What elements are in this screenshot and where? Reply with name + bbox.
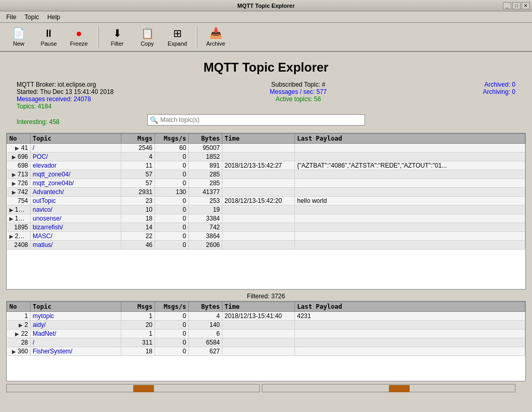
expand-arrow[interactable]: ▶ — [12, 181, 16, 186]
table-row[interactable]: ▶ 1877 unosense/ 18 0 3384 — [7, 214, 525, 223]
pause-button[interactable]: ⏸ Pause — [34, 24, 63, 50]
main-hscroll-thumb[interactable] — [133, 385, 154, 392]
table-row[interactable]: ▶ 2 aidy/ 20 0 140 — [7, 321, 525, 329]
cell-no: 698 — [7, 161, 31, 170]
table-row[interactable]: 28 / 311 0 6584 — [7, 338, 525, 347]
menu-file[interactable]: File — [2, 12, 20, 22]
cell-no: 1 — [7, 312, 31, 321]
cell-msgsec: 0 — [155, 153, 189, 161]
cell-topic[interactable]: MadNet/ — [31, 329, 121, 338]
filtered-hscroll-thumb[interactable] — [389, 385, 410, 392]
cell-bytes: 41377 — [189, 188, 222, 197]
expand-arrow[interactable]: ▶ — [19, 322, 23, 328]
expand-arrow[interactable]: ▶ — [9, 234, 13, 239]
table-row[interactable]: ▶ 22 MadNet/ 1 0 6 — [7, 329, 525, 338]
messages-received: Messages received: 24078 — [17, 95, 114, 103]
cell-topic[interactable]: mqtt_zone04b/ — [31, 179, 121, 188]
cell-msgsec: 0 — [155, 232, 189, 241]
cell-msgsec: 0 — [155, 338, 189, 347]
freeze-button[interactable]: ● Freeze — [64, 24, 93, 50]
cell-payload — [295, 179, 525, 188]
table-row[interactable]: 1895 bizarrefish/ 14 0 742 — [7, 223, 525, 232]
expand-arrow[interactable]: ▶ — [12, 189, 16, 195]
minimize-button[interactable]: _ — [503, 2, 511, 9]
cell-topic[interactable]: bizarrefish/ — [31, 223, 121, 232]
separator-1 — [97, 25, 99, 48]
table-row[interactable]: ▶ 696 POC/ 4 0 1852 — [7, 153, 525, 161]
expand-arrow[interactable]: ▶ — [9, 216, 13, 222]
cell-topic[interactable]: unosense/ — [31, 214, 121, 223]
table-row[interactable]: ▶ 726 mqtt_zone04b/ 57 0 285 — [7, 179, 525, 188]
cell-topic[interactable]: matlus/ — [31, 241, 121, 250]
cell-topic[interactable]: outTopic — [31, 197, 121, 205]
table-row[interactable]: 698 elevador 11 0 891 2018/12/13-15:42:2… — [7, 161, 525, 170]
filter-icon: ⬇ — [111, 27, 123, 39]
maximize-button[interactable]: □ — [512, 2, 521, 9]
cell-topic[interactable]: mytopic — [31, 312, 121, 321]
col-header-no: No — [7, 134, 31, 144]
cell-time — [222, 223, 295, 232]
archive-button[interactable]: 📥 Archive — [201, 24, 230, 50]
cell-no: ▶ 22 — [7, 329, 31, 338]
filter-button[interactable]: ⬇ Filter — [103, 24, 132, 50]
new-button[interactable]: 📄 New — [4, 24, 33, 50]
cell-topic[interactable]: MASC/ — [31, 232, 121, 241]
close-button[interactable]: ✕ — [522, 2, 530, 9]
expand-arrow[interactable]: ▶ — [9, 207, 13, 213]
table-row[interactable]: ▶ 41 / 2546 60 95007 — [7, 144, 525, 153]
cell-payload — [295, 144, 525, 153]
table-row[interactable]: ▶ 713 mqtt_zone04/ 57 0 285 — [7, 170, 525, 179]
filtered-hscroll[interactable] — [262, 384, 515, 392]
expand-arrow[interactable]: ▶ — [12, 349, 16, 354]
subscribed-label: Subscribed Topic: # — [270, 81, 327, 88]
cell-msgsec: 0 — [155, 205, 189, 214]
cell-payload — [295, 153, 525, 161]
cell-topic[interactable]: FisherSystem/ — [31, 347, 121, 356]
cell-topic[interactable]: mqtt_zone04/ — [31, 170, 121, 179]
table-row[interactable]: 1 mytopic 1 0 4 2018/12/13-15:41:40 4231 — [7, 312, 525, 321]
cell-msgs: 14 — [121, 223, 155, 232]
cell-topic[interactable]: navico/ — [31, 205, 121, 214]
table-row[interactable]: 754 outTopic 23 0 253 2018/12/13-15:42:2… — [7, 197, 525, 205]
expand-arrow[interactable]: ▶ — [15, 145, 19, 151]
menu-topic[interactable]: Topic — [20, 12, 43, 22]
table-row[interactable]: ▶ 742 Advantech/ 2931 130 41377 — [7, 188, 525, 197]
pause-label: Pause — [40, 40, 57, 47]
cell-no: ▶ 696 — [7, 153, 31, 161]
table-row[interactable]: 2408 matlus/ 46 0 2606 — [7, 241, 525, 250]
cell-msgs: 23 — [121, 197, 155, 205]
cell-topic[interactable]: elevador — [31, 161, 121, 170]
cell-topic[interactable]: / — [31, 338, 121, 347]
cell-msgsec: 0 — [155, 329, 189, 338]
search-bar: 🔍 — [147, 114, 365, 126]
cell-topic[interactable]: POC/ — [31, 153, 121, 161]
table-row[interactable]: ▶ 1874 navico/ 10 0 19 — [7, 205, 525, 214]
search-input-wrap[interactable]: 🔍 — [147, 114, 365, 126]
cell-topic[interactable]: aidy/ — [31, 321, 121, 329]
cell-topic[interactable]: Advantech/ — [31, 188, 121, 197]
main-hscroll[interactable] — [6, 384, 260, 392]
cell-msgs: 20 — [121, 321, 155, 329]
cell-msgsec: 0 — [155, 197, 189, 205]
menu-help[interactable]: Help — [43, 12, 64, 22]
cell-payload: hello world — [295, 197, 525, 205]
title-bar: MQTT Topic Explorer _ □ ✕ — [0, 0, 532, 11]
cell-bytes: 285 — [189, 179, 222, 188]
expand-label: Expand — [167, 40, 187, 47]
cell-msgs: 1 — [121, 312, 155, 321]
cell-bytes: 6 — [189, 329, 222, 338]
table-row[interactable]: ▶ 2267 MASC/ 22 0 3864 — [7, 232, 525, 241]
expand-button[interactable]: ⊞ Expand — [163, 24, 192, 50]
cell-topic[interactable]: / — [31, 144, 121, 153]
window-controls[interactable]: _ □ ✕ — [503, 2, 530, 9]
expand-arrow[interactable]: ▶ — [12, 154, 16, 160]
copy-button[interactable]: 📋 Copy — [133, 24, 162, 50]
expand-arrow[interactable]: ▶ — [12, 172, 16, 177]
cell-msgsec: 0 — [155, 312, 189, 321]
copy-icon: 📋 — [141, 27, 153, 39]
search-input[interactable] — [160, 116, 362, 123]
expand-arrow[interactable]: ▶ — [15, 331, 19, 337]
cell-payload — [295, 347, 525, 356]
cell-time — [222, 241, 295, 250]
table-row[interactable]: ▶ 360 FisherSystem/ 18 0 627 — [7, 347, 525, 356]
